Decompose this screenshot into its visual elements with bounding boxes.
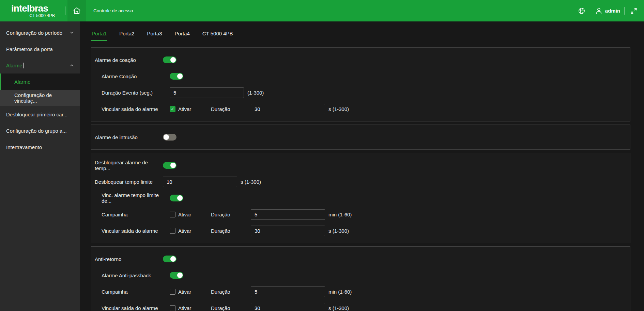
setting-label: Vincular saída do alarme (102, 228, 170, 234)
sidebar-item-label: Alarme (6, 63, 22, 68)
setting-label: Alarme de coação (95, 57, 163, 63)
setting-row: Anti-retorno (91, 251, 630, 267)
setting-label: Campainha (102, 212, 170, 217)
setting-row: Vinc. alarme tempo limite de... (91, 190, 630, 206)
toggle-knob (170, 256, 176, 262)
setting-label: Alarme de intrusão (95, 134, 163, 140)
sidebar-item-configura-o-de-vincula[interactable]: Configuração de vinculaç... (0, 90, 80, 106)
setting-label: Desbloquear tempo limite (95, 179, 163, 185)
username-label: admin (605, 8, 620, 14)
duration-label: Duração (211, 289, 251, 295)
fullscreen-button[interactable] (629, 6, 639, 16)
checkbox-group: Ativar (170, 228, 211, 234)
toggle-on[interactable] (170, 195, 183, 201)
sidebar-item-configura-o-do-grupo-a[interactable]: Configuração do grupo a... (0, 122, 80, 139)
setting-label: Alarme Anti-passback (102, 273, 170, 278)
setting-label: Campainha (102, 289, 170, 295)
duration-label: Duração (211, 106, 251, 112)
checkbox-label: Ativar (178, 212, 191, 217)
checkbox-group: ✓Ativar (170, 106, 211, 112)
number-input[interactable] (251, 209, 325, 220)
setting-row: CampainhaAtivarDuraçãomin (1-60) (91, 206, 630, 223)
chevron-up-icon (70, 64, 74, 67)
setting-row: Alarme Coação (91, 68, 630, 84)
setting-row: Desbloquear alarme de temp... (91, 157, 630, 174)
setting-row: Alarme de intrusão (91, 129, 630, 145)
brand-logo-text: intelbras (11, 4, 55, 13)
sidebar-item-label: Configuração do grupo a... (6, 128, 67, 134)
tab-porta4[interactable]: Porta4 (174, 31, 190, 41)
tab-porta3[interactable]: Porta3 (146, 31, 163, 41)
unit-label: s (1-300) (241, 179, 261, 185)
user-icon (595, 7, 602, 14)
number-input[interactable] (251, 226, 325, 236)
header-divider (65, 6, 65, 15)
number-input[interactable] (251, 104, 325, 114)
unit-label: min (1-60) (328, 212, 352, 217)
unit-label: s (1-300) (328, 106, 349, 112)
main-content: Porta1Porta2Porta3Porta4CT 5000 4PB Alar… (80, 0, 644, 311)
setting-row: Vincular saída do alarmeAtivarDuraçãos (… (91, 223, 630, 239)
tab-porta1[interactable]: Porta1 (91, 31, 107, 41)
sidebar-item-label: Configuração do período (6, 30, 62, 36)
sidebar-menu: Configuração do períodoParâmetros da por… (0, 21, 80, 311)
checkbox-unchecked[interactable] (170, 212, 175, 217)
sidebar-item-label: Alarme (14, 79, 31, 85)
toggle-knob (170, 57, 176, 63)
setting-label: Anti-retorno (95, 256, 163, 262)
unit-label: s (1-300) (328, 228, 349, 234)
toggle-on[interactable] (170, 73, 183, 80)
home-button[interactable] (67, 0, 86, 21)
checkbox-group: Ativar (170, 305, 211, 311)
sidebar-item-alarme[interactable]: Alarme (0, 73, 80, 90)
checkbox-label: Ativar (178, 106, 191, 112)
fullscreen-icon (630, 7, 638, 15)
settings-panels: Alarme de coaçãoAlarme CoaçãoDuração Eve… (91, 47, 630, 311)
checkbox-unchecked[interactable] (170, 228, 175, 234)
duration-label: Duração (211, 228, 251, 234)
checkbox-label: Ativar (178, 305, 191, 311)
tab-ct-5000-4pb[interactable]: CT 5000 4PB (202, 31, 234, 41)
number-input[interactable] (163, 177, 237, 187)
toggle-on[interactable] (163, 162, 177, 169)
toggle-knob (177, 273, 183, 278)
setting-label: Vincular saída do alarme (102, 106, 170, 112)
breadcrumb-title: Controle de acesso (93, 8, 133, 13)
toggle-off[interactable] (163, 134, 177, 141)
setting-row: Alarme de coação (91, 52, 630, 68)
setting-label: Vinc. alarme tempo limite de... (102, 192, 170, 204)
checkbox-checked[interactable]: ✓ (170, 106, 175, 112)
panel-alarme-de-intrusao: Alarme de intrusão (91, 125, 630, 150)
setting-row: Alarme Anti-passback (91, 267, 630, 283)
language-button[interactable] (577, 6, 587, 16)
toggle-knob (164, 134, 169, 140)
tab-porta2[interactable]: Porta2 (119, 31, 135, 41)
checkbox-unchecked[interactable] (170, 305, 175, 311)
panel-alarme-de-coacao: Alarme de coaçãoAlarme CoaçãoDuração Eve… (91, 47, 630, 121)
device-model-label: CT 5000 4PB (11, 13, 55, 18)
number-input[interactable] (251, 303, 325, 311)
duration-label: Duração (211, 305, 251, 311)
toggle-on[interactable] (163, 56, 177, 63)
sidebar-item-intertravamento[interactable]: Intertravamento (0, 139, 80, 155)
sidebar-item-label: Desbloquear primeiro car... (6, 112, 67, 117)
sidebar-item-configura-o-do-per-odo[interactable]: Configuração do período (0, 24, 80, 41)
number-input[interactable] (170, 87, 244, 98)
sidebar-item-label: Intertravamento (6, 144, 42, 150)
sidebar-item-label: Configuração de vinculaç... (14, 92, 74, 104)
sidebar-item-par-metros-da-porta[interactable]: Parâmetros da porta (0, 41, 80, 57)
toggle-on[interactable] (163, 256, 177, 262)
toggle-knob (170, 163, 176, 168)
header-divider (591, 7, 591, 15)
sidebar-item-alarme[interactable]: Alarme (0, 57, 80, 73)
number-input[interactable] (251, 287, 325, 297)
sidebar-item-desbloquear-primeiro-car[interactable]: Desbloquear primeiro car... (0, 106, 80, 122)
setting-row: CampainhaAtivarDuraçãomin (1-60) (91, 283, 630, 300)
duration-label: Duração (211, 212, 251, 217)
setting-row: Desbloquear tempo limites (1-300) (91, 174, 630, 190)
toggle-on[interactable] (170, 272, 183, 279)
setting-label: Vincular saída do alarme (102, 305, 170, 311)
app-header: intelbras CT 5000 4PB Controle de acesso (0, 0, 644, 21)
checkbox-unchecked[interactable] (170, 289, 175, 295)
user-menu[interactable]: admin (595, 7, 620, 14)
